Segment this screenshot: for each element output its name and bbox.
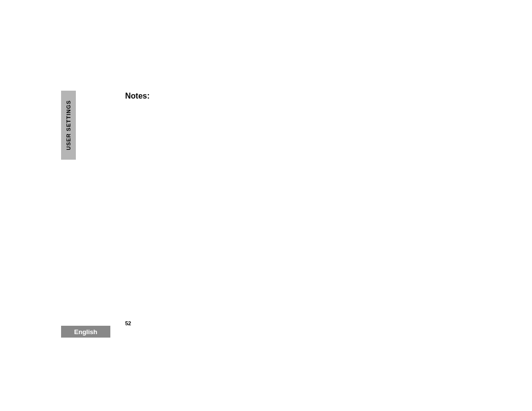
language-tab: English (61, 326, 110, 338)
page-heading: Notes: (125, 92, 150, 101)
section-tab-label: User Settings (66, 100, 71, 150)
document-page: User Settings Notes: 52 English (61, 91, 475, 337)
section-tab: User Settings (61, 91, 76, 160)
page-number: 52 (125, 320, 131, 326)
language-label: English (74, 328, 98, 336)
